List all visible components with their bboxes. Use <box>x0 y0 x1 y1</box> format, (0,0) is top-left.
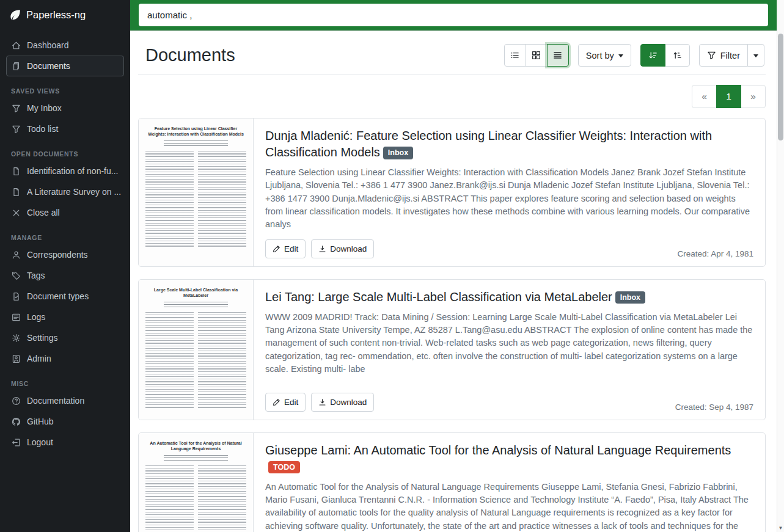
sidebar-item-documents[interactable]: Documents <box>6 56 124 76</box>
document-card-body: Giuseppe Lami: An Automatic Tool for the… <box>254 433 765 532</box>
sidebar-item-settings[interactable]: Settings <box>6 327 124 348</box>
view-details-button[interactable] <box>504 44 526 67</box>
thumbnail-meta-lines <box>164 302 228 307</box>
document-thumbnail[interactable]: Feature Selection using Linear Classifie… <box>139 118 254 266</box>
filter-button[interactable]: Filter <box>699 44 748 67</box>
sidebar-item-label: Admin <box>27 354 51 363</box>
document-title-link[interactable]: Dunja Mladenić: Feature Selection using … <box>265 128 753 161</box>
sidebar-item-logout[interactable]: Logout <box>6 432 124 453</box>
pagination-next[interactable]: » <box>741 85 766 108</box>
file-text-icon <box>12 188 21 197</box>
funnel-icon <box>707 51 716 60</box>
sidebar-item-correspondents[interactable]: Correspondents <box>6 244 124 265</box>
document-card: An Automatic Tool for the Analysis of Na… <box>138 432 766 532</box>
sort-descending-button[interactable] <box>640 44 665 67</box>
tag-badge[interactable]: Inbox <box>383 147 413 159</box>
sort-by-dropdown[interactable]: Sort by <box>578 44 631 67</box>
list-ul-icon <box>510 51 519 60</box>
sort-up-icon <box>673 51 682 60</box>
app-root: Paperless-ng Dashboard Documents SAVED V… <box>0 0 784 532</box>
document-title-link[interactable]: Lei Tang: Large Scale Multi-Label Classi… <box>265 289 753 305</box>
sidebar-item-open-document-2[interactable]: A Literature Survey on ... <box>6 181 124 202</box>
person-badge-icon <box>12 354 21 363</box>
document-title-text: Lei Tang: Large Scale Multi-Label Classi… <box>265 290 612 304</box>
pagination-prev[interactable]: « <box>692 85 717 108</box>
download-label: Download <box>330 398 367 407</box>
funnel-icon <box>12 125 21 134</box>
vertical-scrollbar[interactable]: ▼ <box>777 0 784 532</box>
view-small-cards-button[interactable] <box>526 44 548 67</box>
card-footer: Edit Download Created: Sep 4, 1987 <box>265 393 753 412</box>
thumbnail-meta-lines <box>164 140 228 146</box>
tag-badge[interactable]: TODO <box>268 461 300 474</box>
scrollbar-thumb[interactable] <box>778 34 783 140</box>
sidebar-item-dashboard[interactable]: Dashboard <box>6 35 124 56</box>
document-card-body: Dunja Mladenić: Feature Selection using … <box>254 118 765 266</box>
sidebar-item-admin[interactable]: Admin <box>6 348 124 369</box>
thumbnail-text-lines <box>145 312 246 409</box>
card-actions: Edit Download <box>265 239 374 258</box>
file-check-icon <box>12 292 21 301</box>
sidebar-item-tags[interactable]: Tags <box>6 265 124 286</box>
filter-label: Filter <box>720 51 740 60</box>
tag-badge[interactable]: Inbox <box>615 291 645 304</box>
sidebar-item-label: Correspondents <box>27 250 88 260</box>
brand[interactable]: Paperless-ng <box>0 0 130 30</box>
sidebar-item-document-types[interactable]: Document types <box>6 286 124 307</box>
document-card: Feature Selection using Linear Classifie… <box>138 118 766 267</box>
filter-dropdown-toggle[interactable] <box>747 44 764 67</box>
card-footer: Edit Download Created: Apr 4, 1981 <box>265 239 753 258</box>
sidebar-heading-saved-views: SAVED VIEWS <box>11 87 119 95</box>
sidebar-item-open-document-1[interactable]: Identification of non-fu... <box>6 161 124 181</box>
download-icon <box>318 245 326 253</box>
sidebar-item-logs[interactable]: Logs <box>6 307 124 327</box>
sidebar-heading-manage: MANAGE <box>11 234 119 241</box>
close-icon <box>12 208 21 217</box>
sidebar-nav: Dashboard Documents SAVED VIEWS My Inbox… <box>0 30 130 453</box>
thumbnail-title-text: An Automatic Tool for the Analysis of Na… <box>148 440 244 451</box>
person-icon <box>12 250 21 260</box>
document-card-body: Lei Tang: Large Scale Multi-Label Classi… <box>254 280 765 420</box>
created-date: Created: Sep 4, 1987 <box>675 403 753 412</box>
edit-button[interactable]: Edit <box>265 393 306 412</box>
sidebar-item-todo-list[interactable]: Todo list <box>6 118 124 139</box>
pencil-icon <box>273 398 280 406</box>
filter-group: Filter <box>699 44 764 67</box>
brand-label: Paperless-ng <box>26 9 86 21</box>
document-excerpt: An Automatic Tool for the Analysis of Na… <box>265 481 753 532</box>
sidebar-item-label: Documents <box>27 61 70 71</box>
page-title: Documents <box>145 45 235 65</box>
files-icon <box>12 62 21 71</box>
sidebar-item-label: GitHub <box>27 417 54 426</box>
edit-label: Edit <box>284 244 298 253</box>
sidebar-item-github[interactable]: GitHub <box>6 411 124 432</box>
sidebar-item-my-inbox[interactable]: My Inbox <box>6 98 124 118</box>
view-large-cards-button[interactable] <box>547 44 569 67</box>
house-icon <box>12 41 21 50</box>
caret-down-icon <box>618 54 623 57</box>
document-title-link[interactable]: Giuseppe Lami: An Automatic Tool for the… <box>265 442 753 475</box>
sort-direction-group <box>640 44 690 67</box>
document-thumbnail[interactable]: Large Scale Multi-Label Classification v… <box>139 280 254 420</box>
sidebar-item-label: Settings <box>27 333 58 343</box>
edit-label: Edit <box>284 398 298 407</box>
sidebar-item-label: Todo list <box>27 124 58 134</box>
page-header: Documents Sort by <box>138 43 766 75</box>
sort-ascending-button[interactable] <box>665 44 690 67</box>
document-thumbnail[interactable]: An Automatic Tool for the Analysis of Na… <box>139 433 254 532</box>
edit-button[interactable]: Edit <box>265 239 306 258</box>
search-input[interactable] <box>139 4 768 26</box>
pagination-current-page[interactable]: 1 <box>716 85 741 108</box>
download-button[interactable]: Download <box>311 239 374 258</box>
sidebar-item-documentation[interactable]: Documentation <box>6 390 124 411</box>
logout-icon <box>12 438 21 447</box>
download-button[interactable]: Download <box>311 393 374 412</box>
sidebar-item-close-all[interactable]: Close all <box>6 202 124 223</box>
sort-down-icon <box>648 51 658 60</box>
sidebar-item-label: Tags <box>27 271 45 280</box>
thumbnail-title-text: Feature Selection using Linear Classifie… <box>148 126 244 137</box>
scrollbar-down-arrow[interactable]: ▼ <box>777 525 784 531</box>
funnel-icon <box>12 104 21 113</box>
document-card: Large Scale Multi-Label Classification v… <box>138 279 766 420</box>
toolbar: Sort by Filter <box>504 44 764 67</box>
